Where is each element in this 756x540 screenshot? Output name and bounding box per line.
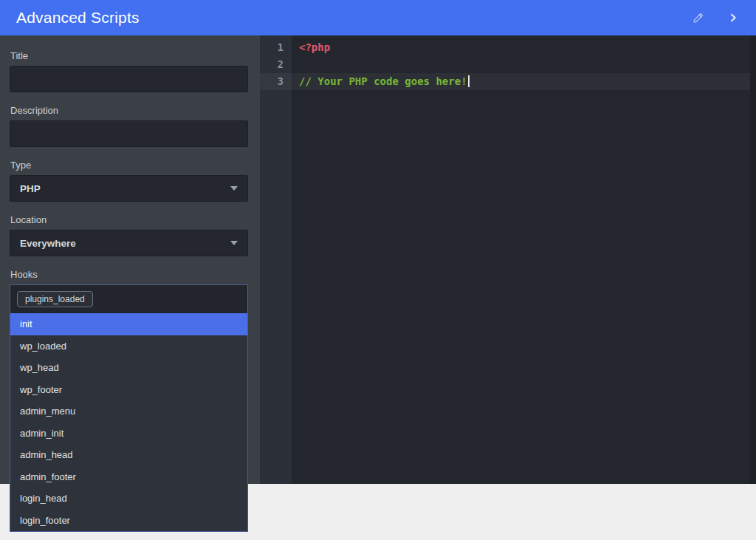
hooks-options-list: initwp_loadedwp_headwp_footeradmin_menua… (10, 313, 247, 531)
script-settings-sidebar: Title Description Type PHP Location Ever… (0, 35, 260, 484)
hook-option-init[interactable]: init (10, 313, 247, 335)
type-select[interactable]: PHP (10, 175, 248, 202)
text-cursor (468, 75, 470, 87)
line-number: 2 (260, 56, 292, 73)
hook-tag-plugins-loaded[interactable]: plugins_loaded (17, 291, 93, 307)
code-line-1[interactable]: 1<?php (260, 39, 756, 56)
pencil-icon[interactable] (688, 8, 707, 27)
location-label: Location (10, 214, 248, 225)
code-editor[interactable]: 1<?php23// Your PHP code goes here! (260, 35, 756, 484)
hooks-label: Hooks (10, 269, 248, 280)
editor-scrollbar[interactable] (750, 35, 756, 484)
location-select[interactable]: Everywhere (10, 230, 248, 256)
title-field-group: Title (10, 50, 248, 92)
description-input[interactable] (10, 120, 248, 147)
code-lines: 1<?php23// Your PHP code goes here! (260, 39, 756, 90)
hook-option-admin_head[interactable]: admin_head (10, 444, 247, 466)
main-content: Title Description Type PHP Location Ever… (0, 35, 756, 484)
chevron-right-icon[interactable] (724, 8, 743, 27)
title-label: Title (10, 50, 248, 61)
chevron-down-icon (230, 186, 238, 191)
hook-option-wp_head[interactable]: wp_head (10, 357, 247, 379)
page-title: Advanced Scripts (16, 9, 140, 27)
hook-option-login_footer[interactable]: login_footer (10, 510, 247, 532)
hook-option-admin_init[interactable]: admin_init (10, 423, 247, 445)
line-number: 1 (260, 39, 292, 56)
chevron-down-icon (230, 241, 238, 245)
title-input[interactable] (10, 66, 248, 92)
line-code (292, 56, 756, 73)
header-actions (688, 8, 743, 27)
type-field-group: Type PHP (10, 160, 248, 202)
type-label: Type (10, 160, 248, 171)
hooks-field-group: Hooks plugins_loaded initwp_loadedwp_hea… (10, 269, 248, 532)
line-code: // Your PHP code goes here! (292, 73, 756, 90)
code-line-2[interactable]: 2 (260, 56, 756, 73)
description-field-group: Description (10, 105, 248, 147)
hooks-widget: plugins_loaded initwp_loadedwp_headwp_fo… (10, 284, 248, 532)
hooks-tag-input[interactable]: plugins_loaded (10, 285, 247, 313)
line-code: <?php (292, 39, 756, 56)
hook-option-login_head[interactable]: login_head (10, 488, 247, 510)
advanced-scripts-app: Advanced Scripts Title D (0, 0, 756, 540)
line-number-gutter (260, 35, 292, 484)
type-select-value: PHP (20, 183, 41, 194)
header-bar: Advanced Scripts (0, 0, 756, 35)
description-label: Description (10, 105, 248, 116)
location-select-value: Everywhere (20, 238, 76, 249)
hook-option-admin_footer[interactable]: admin_footer (10, 466, 247, 488)
hook-option-wp_footer[interactable]: wp_footer (10, 379, 247, 401)
hook-option-admin_menu[interactable]: admin_menu (10, 400, 247, 423)
hook-option-wp_loaded[interactable]: wp_loaded (10, 335, 247, 358)
line-number: 3 (260, 73, 292, 90)
code-line-3[interactable]: 3// Your PHP code goes here! (260, 73, 756, 90)
location-field-group: Location Everywhere (10, 214, 248, 256)
